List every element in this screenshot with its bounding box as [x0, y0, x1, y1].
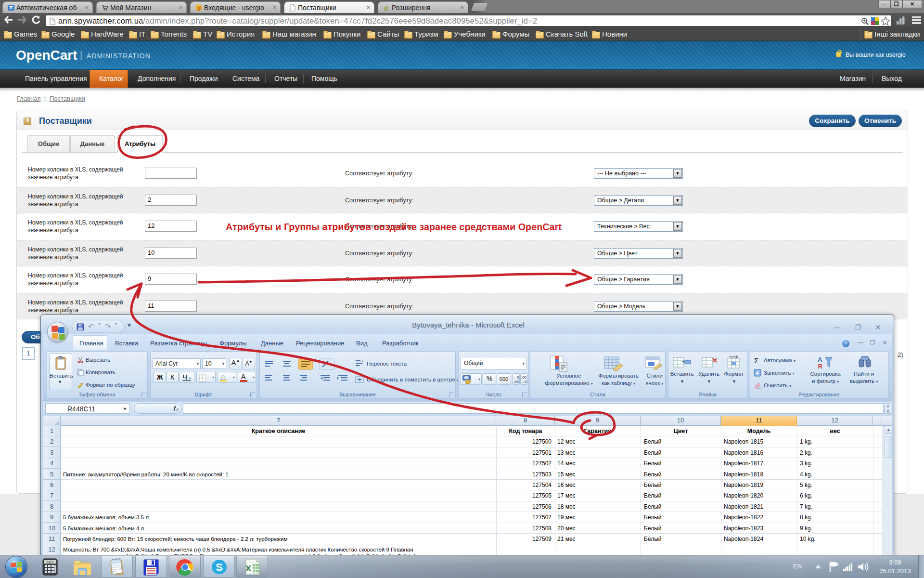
svg-text:X: X: [245, 564, 251, 573]
svg-text:А: А: [818, 356, 822, 363]
svg-text:CALC: CALC: [47, 561, 54, 564]
svg-text:Я: Я: [818, 363, 822, 370]
svg-text:S: S: [216, 561, 223, 573]
svg-text:@: @: [196, 5, 201, 11]
